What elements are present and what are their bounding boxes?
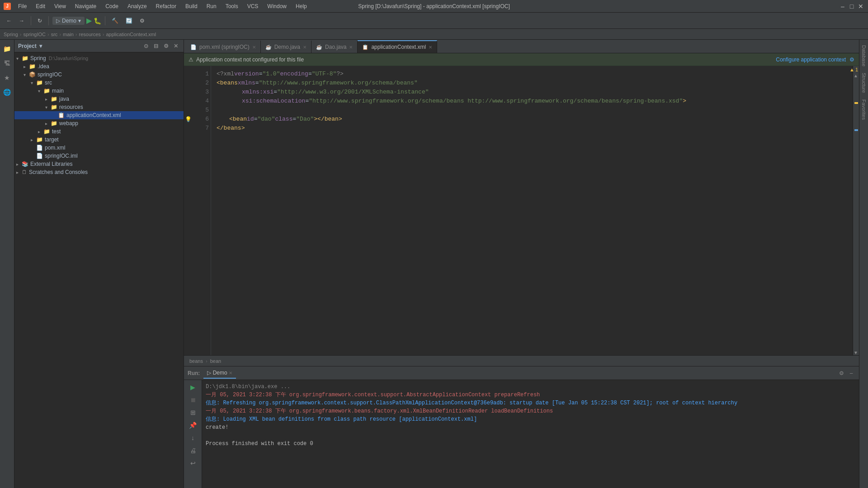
configure-context-link[interactable]: Configure application context: [776, 56, 846, 63]
run-config[interactable]: ▷ Demo ▾: [52, 17, 85, 25]
run-tab-close[interactable]: ✕: [229, 371, 232, 375]
menu-build[interactable]: Build: [182, 2, 201, 10]
print-button[interactable]: 🖨: [188, 445, 198, 456]
menu-navigate[interactable]: Navigate: [71, 2, 100, 10]
build-button[interactable]: 🔨: [109, 16, 121, 25]
breadcrumb-resources[interactable]: resources: [79, 32, 101, 37]
breadcrumb-src[interactable]: src: [51, 32, 58, 37]
tree-item-spring[interactable]: ▾ 📁 Spring D:\Javafun\Spring: [14, 54, 184, 62]
tree-item-idea[interactable]: ▸ 📁 .idea: [14, 62, 184, 70]
favorites-icon[interactable]: ★: [2, 72, 13, 83]
tab-appcontext[interactable]: 📋 applicationContext.xml ✕: [358, 40, 437, 53]
tab-dao[interactable]: ☕ Dao.java ✕: [311, 40, 358, 53]
debug-button[interactable]: 🐛: [94, 17, 101, 24]
scope-button[interactable]: ⊙: [142, 42, 150, 50]
menu-file[interactable]: File: [14, 2, 30, 10]
scroll-position-mark: [854, 129, 858, 131]
menu-run[interactable]: Run: [203, 2, 220, 10]
menu-refactor[interactable]: Refactor: [152, 2, 180, 10]
favorites-right-icon[interactable]: Favorites: [860, 98, 868, 122]
tree-item-iml[interactable]: ▸ 📄 springIOC.iml: [14, 152, 184, 160]
tab-appcontext-close[interactable]: ✕: [429, 45, 432, 50]
run-settings-button[interactable]: ⚙: [837, 369, 845, 377]
minimize-button[interactable]: –: [839, 3, 846, 10]
breadcrumb-springioc[interactable]: springIOC: [23, 32, 46, 37]
tab-pom[interactable]: 📄 pom.xml (springIOC) ✕: [186, 40, 261, 53]
soft-wrap-button[interactable]: ↩: [188, 458, 198, 469]
tab-pom-close[interactable]: ✕: [252, 45, 256, 50]
sync-button[interactable]: 🔄: [123, 16, 135, 25]
run-minimize-button[interactable]: –: [847, 369, 855, 377]
tree-item-main[interactable]: ▾ 📁 main: [14, 87, 184, 95]
project-title: Project: [18, 43, 37, 49]
title-bar-left: J File Edit View Navigate Code Analyze R…: [4, 2, 311, 10]
menu-tools[interactable]: Tools: [222, 2, 242, 10]
editor-content[interactable]: <?xml version="1.0" encoding="UTF-8"?> <…: [211, 66, 859, 355]
code-line-3: xmlns:xsi="http://www.w3.org/2001/XMLSch…: [217, 88, 854, 97]
tree-item-springioc[interactable]: ▾ 📦 springIOC: [14, 70, 184, 79]
tree-item-target[interactable]: ▸ 📁 target: [14, 136, 184, 144]
project-icon[interactable]: 📁: [2, 43, 13, 54]
editor-scrollbar[interactable]: ▲ 1 ▲ ▼: [853, 66, 859, 355]
warning-settings-icon[interactable]: ⚙: [849, 56, 854, 63]
tree-item-src[interactable]: ▾ 📁 src: [14, 79, 184, 87]
collapse-all-button[interactable]: ⊟: [152, 42, 160, 50]
rerun-button[interactable]: ▶: [188, 382, 198, 393]
menu-analyze[interactable]: Analyze: [124, 2, 151, 10]
tree-item-test[interactable]: ▸ 📁 test: [14, 127, 184, 136]
menu-vcs[interactable]: VCS: [244, 2, 262, 10]
breadcrumb-main[interactable]: main: [63, 32, 74, 37]
run-recent-button[interactable]: ↻: [35, 16, 45, 25]
run-line-5: 信息: Loading XML bean definitions from cl…: [206, 415, 855, 423]
settings-icon[interactable]: ⚙: [162, 42, 170, 50]
breadcrumb-beans[interactable]: beans: [189, 358, 203, 364]
breadcrumb-bean[interactable]: bean: [210, 358, 221, 364]
tree-item-java[interactable]: ▸ 📁 java: [14, 95, 184, 103]
warning-right[interactable]: Configure application context ⚙: [776, 56, 854, 63]
forward-button[interactable]: →: [16, 16, 27, 25]
run-button[interactable]: ▶: [86, 16, 92, 25]
menu-window[interactable]: Window: [264, 2, 290, 10]
right-panel: 📄 pom.xml (springIOC) ✕ ☕ Demo.java ✕ ☕ …: [184, 40, 859, 488]
scroll-down-arrow[interactable]: ▼: [854, 350, 858, 355]
back-button[interactable]: ←: [4, 16, 14, 25]
tree-item-appcontext[interactable]: ▸ 📋 applicationContext.xml: [14, 111, 184, 119]
tree-item-scratches[interactable]: ▸ 🗒 Scratches and Consoles: [14, 168, 184, 176]
app-icon: J: [4, 3, 11, 10]
stop-button[interactable]: ⏹: [188, 394, 198, 405]
tab-dao-close[interactable]: ✕: [349, 45, 353, 50]
scroll-to-end-button[interactable]: ↓: [188, 432, 198, 443]
tab-demo[interactable]: ☕ Demo.java ✕: [261, 40, 311, 53]
menu-edit[interactable]: Edit: [32, 2, 49, 10]
menu-help[interactable]: Help: [292, 2, 311, 10]
restore-layout-button[interactable]: ⊞: [188, 407, 198, 418]
tab-demo-close[interactable]: ✕: [303, 45, 307, 50]
run-toolbar: ▶ ⏹ ⊞ 📌 ↓ 🖨 ↩: [184, 380, 202, 488]
project-dropdown-icon[interactable]: ▾: [39, 43, 42, 49]
breadcrumb-file[interactable]: applicationContext.xml: [106, 32, 156, 37]
menu-code[interactable]: Code: [102, 2, 122, 10]
tree-label-appcontext: applicationContext.xml: [66, 112, 121, 118]
hide-panel-button[interactable]: ✕: [172, 42, 180, 50]
project-header-left: Project ▾: [18, 43, 42, 49]
structure-right-icon[interactable]: Structure: [860, 71, 868, 95]
project-header-right: ⊙ ⊟ ⚙ ✕: [142, 42, 180, 50]
settings-button[interactable]: ⚙: [137, 16, 147, 25]
close-button[interactable]: ✕: [857, 3, 864, 10]
tree-item-extlibs[interactable]: ▸ 📚 External Libraries: [14, 160, 184, 168]
database-icon[interactable]: Database: [860, 43, 868, 68]
tab-demo-icon: ☕: [265, 44, 272, 50]
run-header-left: Run: ▷ Demo ✕: [188, 368, 236, 379]
run-tab-demo[interactable]: ▷ Demo ✕: [203, 368, 236, 379]
web-icon[interactable]: 🌐: [2, 87, 13, 98]
breadcrumb-spring[interactable]: Spring: [4, 32, 18, 37]
menu-view[interactable]: View: [51, 2, 70, 10]
bulb-icon[interactable]: 💡: [185, 115, 192, 124]
maximize-button[interactable]: □: [848, 3, 855, 10]
tree-item-webapp[interactable]: ▸ 📁 webapp: [14, 119, 184, 127]
structure-icon[interactable]: 🏗: [2, 58, 13, 69]
scroll-up-arrow[interactable]: ▲: [854, 73, 858, 78]
tree-item-pom[interactable]: ▸ 📄 pom.xml: [14, 144, 184, 152]
tree-item-resources[interactable]: ▾ 📁 resources: [14, 103, 184, 111]
pin-tab-button[interactable]: 📌: [188, 420, 198, 431]
